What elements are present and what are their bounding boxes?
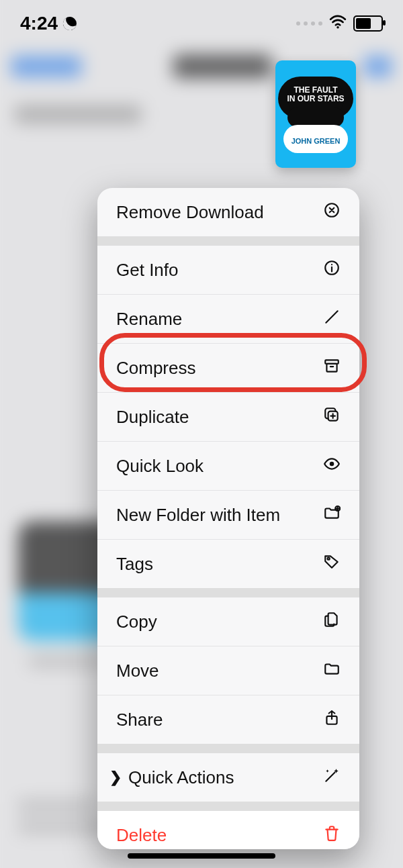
menu-item-delete[interactable]: Delete: [97, 811, 359, 849]
menu-item-rename[interactable]: Rename: [97, 295, 359, 344]
focus-moon-icon: [61, 15, 79, 32]
share-icon: [320, 709, 341, 731]
svg-rect-6: [326, 363, 337, 371]
chevron-right-icon: ❯: [109, 769, 122, 786]
info-circle-icon: [320, 259, 341, 281]
status-bar: 4:24: [0, 0, 403, 47]
status-time: 4:24: [20, 13, 58, 34]
book-title: THE FAULTIN OUR STARS: [275, 86, 356, 103]
menu-item-copy[interactable]: Copy: [97, 597, 359, 646]
context-menu: Remove Download Get Info Rename Compress: [97, 188, 359, 849]
file-preview-thumbnail[interactable]: THE FAULTIN OUR STARS JOHN GREEN: [275, 60, 356, 168]
doc-on-doc-icon: [320, 611, 341, 633]
menu-item-compress[interactable]: Compress: [97, 344, 359, 393]
book-author: JOHN GREEN: [275, 137, 356, 145]
menu-item-quick-look[interactable]: Quick Look: [97, 442, 359, 491]
menu-item-get-info[interactable]: Get Info: [97, 246, 359, 295]
pencil-icon: [320, 308, 341, 330]
menu-item-move[interactable]: Move: [97, 646, 359, 695]
menu-item-duplicate[interactable]: Duplicate: [97, 393, 359, 442]
tag-icon: [320, 553, 341, 575]
svg-point-4: [331, 264, 332, 265]
svg-point-0: [337, 26, 339, 28]
eye-icon: [320, 455, 341, 477]
archivebox-icon: [320, 357, 341, 379]
home-indicator[interactable]: [128, 853, 275, 859]
trash-icon: [320, 824, 341, 847]
battery-icon: [353, 15, 383, 32]
menu-item-new-folder[interactable]: New Folder with Item: [97, 491, 359, 540]
wifi-icon: [329, 14, 347, 33]
svg-point-15: [328, 557, 330, 559]
menu-group: Delete: [97, 811, 359, 849]
x-circle-icon: [320, 201, 341, 224]
menu-group: Copy Move Share: [97, 597, 359, 744]
menu-item-remove-download[interactable]: Remove Download: [97, 188, 359, 236]
menu-group: Get Info Rename Compress Duplicate Quick…: [97, 246, 359, 588]
menu-item-share[interactable]: Share: [97, 695, 359, 744]
menu-group: ❯ Quick Actions: [97, 753, 359, 802]
folder-icon: [320, 660, 341, 682]
menu-item-quick-actions[interactable]: ❯ Quick Actions: [97, 753, 359, 802]
svg-point-11: [330, 461, 334, 466]
menu-group: Remove Download: [97, 188, 359, 236]
plus-on-square-icon: [320, 406, 341, 428]
wand-icon: [320, 767, 341, 789]
menu-item-tags[interactable]: Tags: [97, 540, 359, 588]
folder-plus-icon: [320, 504, 341, 526]
page-dots-icon: [296, 21, 322, 26]
